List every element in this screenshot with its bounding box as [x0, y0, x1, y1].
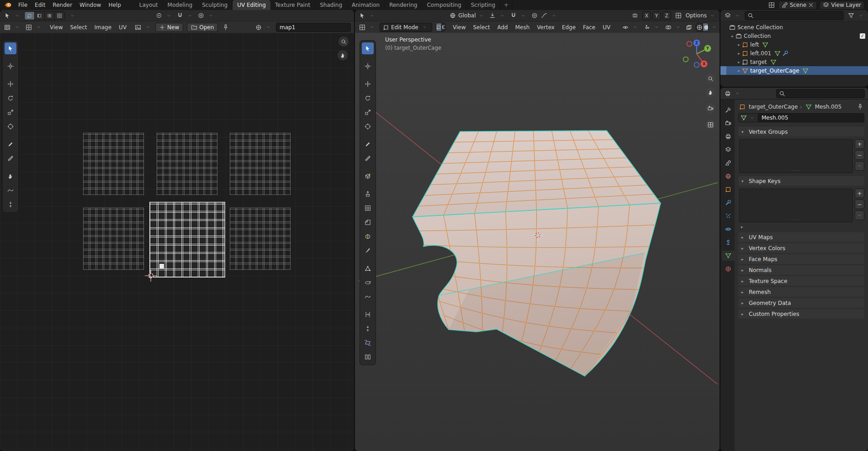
shape_keys-add-button[interactable]: + — [855, 189, 864, 198]
uv-menu-select[interactable]: Select — [66, 23, 90, 31]
viewport-menu-vertex[interactable]: Vertex — [533, 23, 558, 31]
uv-tool-measure[interactable] — [5, 152, 16, 164]
viewport-tool-bevel[interactable] — [362, 216, 374, 228]
uv-image-browse[interactable] — [134, 23, 152, 31]
tool-options-dropdown[interactable]: Options — [686, 11, 716, 20]
properties-tab-tool[interactable] — [722, 105, 735, 115]
scene-selector[interactable]: Scene — [778, 1, 817, 10]
panel-texture_space[interactable]: ▸Texture Space — [738, 276, 864, 286]
uv-tool-transform[interactable] — [5, 121, 16, 132]
mode-dropdown[interactable]: Edit Mode — [380, 23, 432, 32]
uv-tool-grab[interactable] — [5, 170, 16, 182]
properties-tab-data[interactable] — [722, 251, 735, 261]
collection-checkbox[interactable]: ✓ — [860, 33, 865, 39]
viewport-tool-loop-cut[interactable] — [362, 231, 374, 242]
shape_keys-list[interactable]: ···· — [739, 189, 853, 222]
properties-tab-particles[interactable] — [722, 211, 735, 221]
scene-unlink-icon[interactable] — [808, 1, 814, 9]
workspace-tab-scripting[interactable]: Scripting — [466, 0, 500, 10]
snap-with-dropdown[interactable] — [509, 11, 527, 20]
viewport-menu-view[interactable]: View — [449, 23, 469, 31]
viewport-camera-gizmo[interactable] — [705, 103, 715, 113]
uv-2d-cursor[interactable] — [143, 268, 158, 283]
properties-tab-modifiers[interactable] — [722, 198, 735, 208]
uv-tool-move[interactable] — [5, 78, 16, 90]
expand-icon[interactable]: ▸ — [736, 68, 742, 73]
viewport-active-tool[interactable] — [358, 11, 376, 20]
expand-icon[interactable]: ▸ — [736, 60, 742, 64]
uv-menu-image[interactable]: Image — [91, 23, 116, 31]
viewport-tool-knife[interactable] — [362, 245, 374, 257]
viewport-editor-type-button[interactable] — [358, 23, 376, 31]
workspace-tab-layout[interactable]: Layout — [135, 0, 163, 10]
viewport-tool-edge-slide[interactable] — [362, 309, 374, 320]
viewport-canvas[interactable]: User Perspective (0) target_OuterCage Z … — [355, 33, 720, 451]
transform-orientation-dropdown[interactable]: Global — [449, 11, 485, 20]
properties-tab-scene[interactable] — [722, 158, 735, 168]
workspace-tab-compositing[interactable]: Compositing — [422, 0, 466, 10]
vertex_groups-specials-button[interactable] — [855, 161, 864, 171]
shape_keys-subpanel-arrow[interactable]: ▸ — [739, 222, 864, 229]
uv-menu-view[interactable]: View — [46, 23, 66, 31]
uv-tool-cursor[interactable] — [5, 60, 16, 72]
viewport-menu-edge[interactable]: Edge — [558, 23, 579, 31]
viewport-tool-move[interactable] — [362, 78, 374, 90]
uv-pivot-dropdown[interactable] — [155, 11, 173, 20]
viewport-ortho-gizmo[interactable] — [705, 120, 715, 130]
panel-vertex_colors[interactable]: ▸Vertex Colors — [738, 243, 864, 253]
panel-custom_properties[interactable]: ▸Custom Properties — [738, 309, 864, 319]
viewport-tool-annotate[interactable] — [362, 138, 374, 150]
viewport-tool-inset-faces[interactable] — [362, 202, 374, 214]
uv-active-tool[interactable] — [3, 11, 21, 20]
pin-icon[interactable] — [856, 103, 864, 111]
viewport-tool-select-box[interactable] — [362, 42, 374, 54]
viewport-tool-spin[interactable] — [362, 277, 374, 288]
shading-solid-button[interactable] — [703, 23, 709, 31]
topbar-menu-file[interactable]: File — [15, 1, 31, 9]
gizmo-y-label[interactable]: Y — [706, 47, 709, 51]
visibility-dropdown[interactable] — [621, 23, 639, 31]
mirror-x-toggle[interactable]: X — [642, 11, 651, 20]
workspace-tab-texture-paint[interactable]: Texture Paint — [270, 0, 315, 10]
shape_keys-remove-button[interactable]: − — [855, 199, 864, 209]
view-layer-selector[interactable]: View Layer — [820, 1, 864, 10]
workspace-tab-modeling[interactable]: Modeling — [163, 0, 198, 10]
vertex_groups-list[interactable]: ···· — [739, 139, 853, 173]
xray-toggle-icon[interactable] — [686, 23, 692, 31]
mesh-name-field[interactable]: Mesh.005 — [758, 113, 864, 122]
properties-tab-physics[interactable] — [722, 224, 735, 234]
uv-pan-gizmo[interactable] — [338, 50, 348, 60]
expand-icon[interactable]: ▸ — [736, 42, 742, 47]
properties-tab-render[interactable] — [722, 118, 735, 128]
uv-active-face[interactable] — [159, 264, 164, 268]
mesh-data-browse[interactable] — [738, 113, 758, 122]
uv-island[interactable] — [230, 133, 291, 195]
workspace-tab-shading[interactable]: Shading — [315, 0, 347, 10]
viewport-tool-scale[interactable] — [362, 106, 374, 118]
open-image-button[interactable]: Open — [187, 23, 218, 32]
list-resize-grip[interactable]: ···· — [792, 218, 800, 222]
properties-tab-object[interactable] — [722, 184, 735, 194]
outliner-row-collection[interactable]: ▸Collection✓ — [720, 31, 868, 40]
uv-select-mode-vertex[interactable] — [25, 12, 35, 20]
uv-island[interactable] — [157, 133, 217, 195]
uv-display-dropdown[interactable] — [25, 23, 42, 31]
uv-tool-scale[interactable] — [5, 106, 16, 118]
uv-menu-uv[interactable]: UV — [115, 23, 130, 31]
viewport-tool-poly-build[interactable] — [362, 262, 374, 274]
uv-select-mode-edge[interactable] — [35, 12, 45, 20]
viewport-tool-cursor[interactable] — [362, 60, 374, 72]
topbar-menu-edit[interactable]: Edit — [31, 1, 49, 9]
properties-tab-material[interactable] — [722, 264, 735, 274]
viewport-tool-shrink-fatten[interactable] — [362, 323, 374, 335]
panel-remesh[interactable]: ▸Remesh — [738, 287, 864, 297]
viewport-tool-add-cube[interactable] — [362, 170, 374, 182]
panel-uv_maps[interactable]: ▸UV Maps — [738, 232, 864, 242]
viewport-tool-shear[interactable] — [362, 337, 374, 349]
expand-icon[interactable]: ▸ — [730, 34, 736, 38]
topbar-menu-help[interactable]: Help — [105, 1, 124, 9]
snap-base-icon[interactable] — [674, 11, 683, 20]
properties-tab-view-layer[interactable] — [722, 145, 735, 155]
panel-normals[interactable]: ▸Normals — [738, 265, 864, 275]
panel-face_maps[interactable]: ▸Face Maps — [738, 254, 864, 264]
